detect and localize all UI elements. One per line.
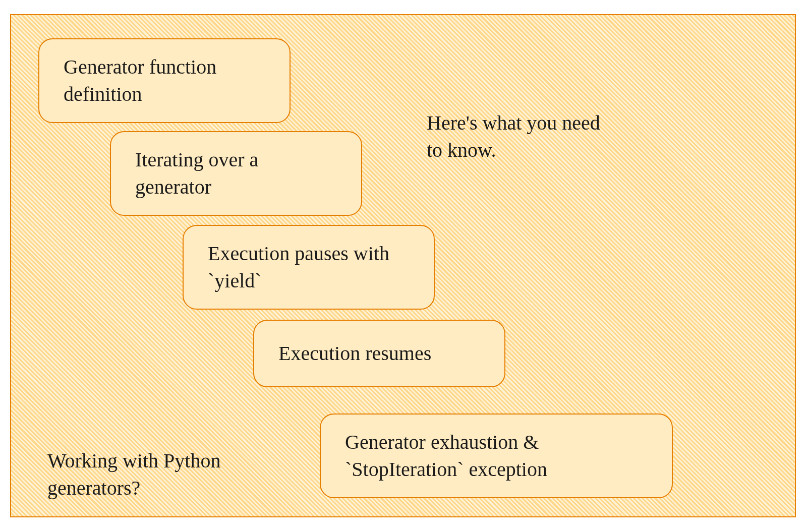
card-text: Execution resumes — [278, 342, 431, 365]
card-text: Execution pauses with `yield` — [208, 242, 389, 292]
card-resumes: Execution resumes — [253, 320, 505, 387]
card-text: Iterating over a generator — [135, 148, 258, 198]
note-text: Here's what you need to know. — [427, 111, 600, 161]
card-iterating: Iterating over a generator — [110, 131, 362, 216]
diagram-canvas: Generator function definition Iterating … — [10, 14, 796, 517]
card-text: Generator function definition — [64, 55, 216, 105]
card-pauses-yield: Execution pauses with `yield` — [183, 225, 435, 310]
card-generator-definition: Generator function definition — [38, 38, 291, 123]
card-exhaustion: Generator exhaustion & `StopIteration` e… — [320, 413, 673, 498]
note-intro: Working with Python generators? — [47, 420, 220, 502]
note-text: Working with Python generators? — [47, 449, 220, 499]
note-hint: Here's what you need to know. — [427, 82, 600, 164]
card-text: Generator exhaustion & `StopIteration` e… — [345, 431, 547, 481]
